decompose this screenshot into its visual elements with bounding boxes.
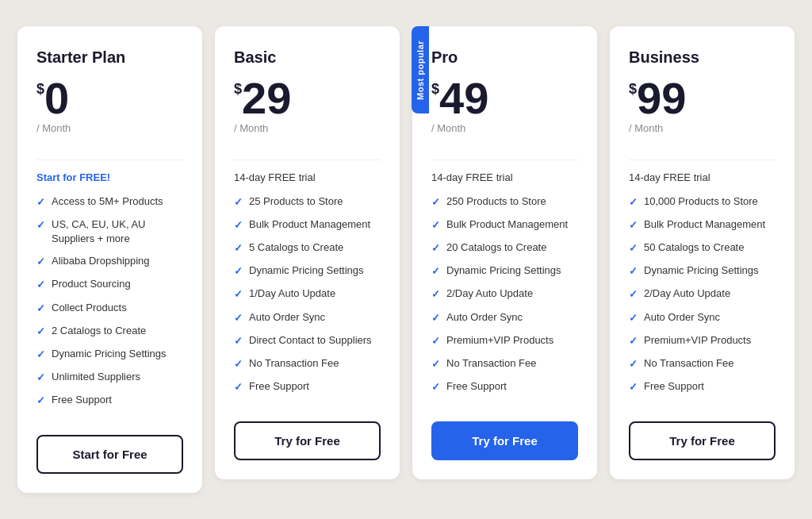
feature-item: ✓ Free Support [431, 379, 578, 394]
features-list-business: ✓ 10,000 Products to Store ✓ Bulk Produc… [629, 194, 776, 403]
check-icon: ✓ [431, 241, 440, 256]
feature-text: Direct Contact to Suppliers [249, 333, 372, 348]
feature-text: 10,000 Products to Store [644, 194, 758, 209]
feature-item: ✓ Bulk Product Management [431, 217, 578, 233]
feature-item: ✓ Free Support [36, 393, 183, 408]
feature-text: Premium+VIP Products [644, 333, 751, 348]
feature-text: No Transaction Fee [446, 356, 536, 371]
check-icon: ✓ [431, 311, 440, 325]
feature-item: ✓ Dynamic Pricing Settings [234, 263, 381, 279]
feature-item: ✓ Alibaba Dropshipping [36, 254, 183, 269]
check-icon: ✓ [431, 218, 440, 233]
feature-text: No Transaction Fee [249, 356, 339, 371]
feature-item: ✓ 2/Day Auto Update [629, 286, 776, 302]
price-amount-basic: 29 [242, 76, 291, 121]
check-icon: ✓ [629, 218, 638, 233]
cta-button-business[interactable]: Try for Free [629, 421, 776, 460]
feature-item: ✓ Dynamic Pricing Settings [431, 263, 578, 279]
feature-text: Premium+VIP Products [446, 333, 553, 348]
plan-name-starter: Starter Plan [36, 48, 183, 67]
features-list-pro: ✓ 250 Products to Store ✓ Bulk Product M… [431, 194, 578, 403]
plan-price-row-pro: $ 49 [431, 76, 578, 121]
cta-button-basic[interactable]: Try for Free [234, 421, 381, 460]
feature-item: ✓ No Transaction Fee [629, 356, 776, 371]
feature-item: ✓ Dynamic Pricing Settings [36, 347, 183, 362]
price-dollar-basic: $ [234, 81, 242, 98]
feature-item: ✓ 5 Catalogs to Create [234, 240, 381, 256]
feature-text: 50 Catalogs to Create [644, 240, 744, 255]
feature-item: ✓ Direct Contact to Suppliers [234, 333, 381, 348]
plan-price-row-basic: $ 29 [234, 76, 381, 121]
feature-text: Collect Products [52, 301, 127, 315]
plan-price-row-starter: $ 0 [36, 76, 183, 121]
cta-button-pro[interactable]: Try for Free [431, 421, 578, 460]
feature-item: ✓ 25 Products to Store [234, 194, 381, 210]
feature-text: 250 Products to Store [446, 194, 546, 209]
feature-item: ✓ Free Support [234, 379, 381, 394]
check-icon: ✓ [629, 380, 638, 394]
feature-item: ✓ 250 Products to Store [431, 194, 578, 210]
feature-item: ✓ 10,000 Products to Store [629, 194, 776, 210]
check-icon: ✓ [431, 380, 440, 394]
check-icon: ✓ [234, 311, 243, 325]
feature-item: ✓ Collect Products [36, 301, 183, 316]
plan-tagline-pro: 14-day FREE trial [431, 171, 578, 183]
price-amount-starter: 0 [44, 76, 69, 121]
feature-text: Free Support [249, 379, 309, 394]
feature-text: Dynamic Pricing Settings [52, 347, 167, 361]
feature-item: ✓ Product Sourcing [36, 277, 183, 292]
check-icon: ✓ [629, 357, 638, 371]
feature-item: ✓ No Transaction Fee [431, 356, 578, 371]
check-icon: ✓ [36, 195, 45, 210]
plan-tagline-basic: 14-day FREE trial [234, 171, 381, 183]
feature-text: 20 Catalogs to Create [446, 240, 546, 255]
feature-item: ✓ Auto Order Sync [234, 310, 381, 325]
feature-item: ✓ Free Support [629, 379, 776, 394]
check-icon: ✓ [629, 311, 638, 325]
plan-tagline-starter: Start for FREE! [36, 171, 183, 183]
check-icon: ✓ [234, 241, 243, 256]
price-period-starter: / Month [36, 122, 183, 134]
feature-text: Access to 5M+ Products [52, 194, 163, 209]
feature-item: ✓ 20 Catalogs to Create [431, 240, 578, 256]
check-icon: ✓ [234, 380, 243, 394]
feature-text: Dynamic Pricing Settings [446, 263, 561, 278]
check-icon: ✓ [629, 287, 638, 302]
feature-text: 1/Day Auto Update [249, 286, 335, 301]
feature-text: Unlimited Suppliers [52, 370, 140, 384]
check-icon: ✓ [36, 278, 45, 292]
price-period-basic: / Month [234, 122, 381, 134]
check-icon: ✓ [431, 264, 440, 279]
feature-text: Product Sourcing [52, 277, 131, 291]
feature-text: Free Support [644, 379, 704, 394]
features-list-starter: ✓ Access to 5M+ Products ✓ US, CA, EU, U… [36, 194, 183, 417]
check-icon: ✓ [431, 287, 440, 302]
divider-business [629, 160, 776, 160]
feature-item: ✓ Bulk Product Management [629, 217, 776, 233]
plan-tagline-business: 14-day FREE trial [629, 171, 776, 183]
check-icon: ✓ [36, 348, 45, 362]
price-amount-business: 99 [637, 76, 686, 121]
plan-card-starter: Starter Plan $ 0 / MonthStart for FREE! … [17, 26, 202, 494]
check-icon: ✓ [36, 325, 45, 339]
check-icon: ✓ [36, 218, 45, 233]
divider-pro [431, 160, 578, 160]
feature-text: Bulk Product Management [446, 217, 568, 232]
check-icon: ✓ [629, 334, 638, 348]
plan-name-business: Business [629, 48, 776, 67]
pricing-container: Starter Plan $ 0 / MonthStart for FREE! … [17, 26, 795, 494]
price-period-pro: / Month [431, 122, 578, 134]
price-dollar-starter: $ [36, 81, 44, 98]
feature-item: ✓ Auto Order Sync [629, 310, 776, 325]
cta-button-starter[interactable]: Start for Free [36, 435, 183, 474]
divider-starter [36, 160, 183, 160]
feature-text: Free Support [446, 379, 507, 394]
price-amount-pro: 49 [439, 76, 488, 121]
check-icon: ✓ [431, 357, 440, 371]
check-icon: ✓ [36, 255, 45, 269]
check-icon: ✓ [234, 357, 243, 371]
check-icon: ✓ [36, 302, 45, 316]
feature-text: Auto Order Sync [446, 310, 523, 325]
feature-item: ✓ Auto Order Sync [431, 310, 578, 325]
check-icon: ✓ [36, 371, 45, 385]
